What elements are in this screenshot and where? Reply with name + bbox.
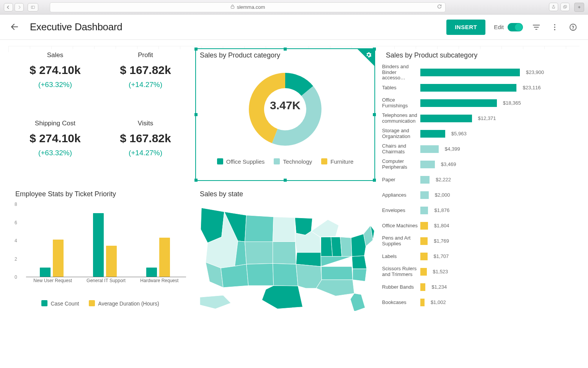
subcat-value: $1,707 (434, 253, 449, 259)
donut-center-value: 3.47K (270, 99, 301, 112)
svg-marker-17 (245, 242, 273, 264)
kpi-visits[interactable]: Visits $ 167.82k (+14.27%) (102, 117, 189, 177)
subcat-label: Scissors Rulers and Trimmers (382, 266, 420, 278)
legend-swatch (41, 300, 47, 306)
subcat-value: $4,399 (445, 146, 460, 152)
help-icon[interactable] (568, 22, 578, 32)
svg-marker-34 (353, 269, 366, 281)
gear-icon[interactable] (365, 51, 372, 60)
map-title: Sales by state (200, 190, 374, 198)
reload-icon[interactable] (437, 4, 442, 10)
subcat-value: $1,769 (434, 238, 449, 244)
sidebar-toggle-button[interactable] (28, 3, 38, 12)
employee-stats-title: Employee Stats by Ticket Priority (15, 190, 189, 198)
browser-back-button[interactable] (4, 3, 13, 12)
tabs-button[interactable] (560, 3, 570, 11)
subcat-bar (420, 99, 497, 107)
subcat-row: Bookcases$1,002 (382, 295, 577, 310)
subcat-value: $12,371 (478, 115, 496, 121)
subcat-label: Tables (382, 85, 420, 91)
widget-donut[interactable]: Sales by Product category 3.47K Office S… (196, 49, 374, 180)
more-icon[interactable] (550, 22, 560, 32)
filter-icon[interactable] (531, 22, 541, 32)
subcat-label: Labels (382, 254, 420, 260)
back-arrow-icon[interactable] (10, 22, 20, 32)
subcat-label: Computer Peripherals (382, 159, 420, 170)
subcat-value: $1,804 (434, 223, 449, 228)
subcat-value: $1,234 (431, 284, 447, 290)
kpi-sales[interactable]: Sales $ 274.10k (+63.32%) (11, 49, 99, 109)
svg-point-8 (570, 24, 577, 30)
kpi-title: Profit (102, 51, 189, 59)
svg-marker-21 (273, 263, 298, 286)
svg-marker-35 (351, 234, 366, 256)
edit-toggle[interactable] (508, 23, 523, 31)
x-label: New User Request (28, 278, 78, 283)
subcat-title: Sales by Product subcategory (386, 51, 577, 59)
bar (106, 246, 117, 277)
svg-marker-18 (247, 263, 274, 286)
subcat-bar (420, 176, 430, 184)
svg-marker-28 (340, 237, 352, 256)
y-tick: 4 (15, 238, 17, 243)
kpi-delta: (+63.32%) (11, 149, 99, 157)
widget-employee-stats[interactable]: Employee Stats by Ticket Priority 02468 … (11, 188, 189, 314)
bar (146, 268, 157, 277)
subcat-value: $23,900 (526, 69, 544, 75)
subcat-value: $1,876 (434, 207, 449, 213)
svg-marker-31 (321, 256, 353, 280)
svg-rect-0 (31, 6, 34, 8)
subcat-label: Pens and Art Supplies (382, 235, 420, 247)
subcat-row: Computer Peripherals$3,469 (382, 157, 577, 172)
widget-map[interactable]: Sales by state (196, 188, 374, 314)
subcat-row: Tables$23,116 (382, 80, 577, 95)
subcat-bar (420, 115, 472, 122)
kpi-shipping[interactable]: Shipping Cost $ 274.10k (+63.32%) (11, 117, 99, 177)
browser-chrome: slemma.com + (0, 0, 588, 15)
kpi-delta: (+14.27%) (102, 149, 189, 157)
browser-url-bar[interactable]: slemma.com (50, 2, 446, 12)
subcat-row: Scissors Rulers and Trimmers$1,523 (382, 264, 577, 279)
us-map (196, 198, 374, 311)
y-tick: 8 (15, 202, 17, 207)
subcat-bar (420, 268, 427, 276)
subcat-bar (420, 253, 428, 260)
bar (93, 213, 104, 277)
subcat-label: Appliances (382, 192, 420, 198)
subcat-row: Chairs and Chairmats$4,399 (382, 141, 577, 157)
legend-swatch (89, 300, 95, 306)
subcat-row: Envelopes$1,876 (382, 203, 577, 218)
subcat-value: $1,002 (431, 299, 446, 305)
subcat-label: Chairs and Chairmats (382, 143, 420, 155)
new-tab-button[interactable]: + (574, 3, 584, 12)
subcat-label: Telephones and communication (382, 113, 420, 124)
subcat-row: Appliances$2,000 (382, 187, 577, 203)
subcat-bar (420, 161, 435, 168)
y-tick: 0 (15, 274, 17, 280)
subcat-value: $1,523 (433, 269, 448, 274)
kpi-profit[interactable]: Profit $ 167.82k (+14.27%) (102, 49, 189, 109)
lock-icon (230, 4, 235, 10)
browser-forward-button[interactable] (15, 3, 24, 12)
widget-subcategory[interactable]: Sales by Product subcategory Binders and… (382, 49, 577, 317)
subcat-value: $5,963 (451, 131, 467, 136)
svg-marker-32 (316, 280, 354, 296)
subcat-row: Binders and Binder accesso…$23,900 (382, 65, 577, 80)
subcat-value: $2,000 (435, 192, 450, 198)
browser-url-text: slemma.com (237, 4, 265, 10)
subcat-bar (420, 145, 439, 153)
employee-legend: Case Count Average Duration (Hours) (11, 300, 189, 307)
subcat-row: Office Furnishings$18,365 (382, 95, 577, 111)
insert-button[interactable]: INSERT (446, 20, 485, 35)
x-label: General IT Support (81, 278, 131, 283)
subcat-bar (420, 299, 425, 306)
subcat-label: Paper (382, 177, 420, 183)
subcat-bar (420, 283, 425, 291)
kpi-delta: (+63.32%) (11, 80, 99, 89)
share-button[interactable] (549, 3, 558, 11)
svg-point-6 (554, 26, 555, 28)
svg-rect-4 (564, 5, 567, 8)
subcat-bar (420, 130, 445, 138)
kpi-value: $ 274.10k (11, 64, 99, 77)
app-toolbar: Executive Dashboard INSERT Edit (0, 15, 588, 40)
